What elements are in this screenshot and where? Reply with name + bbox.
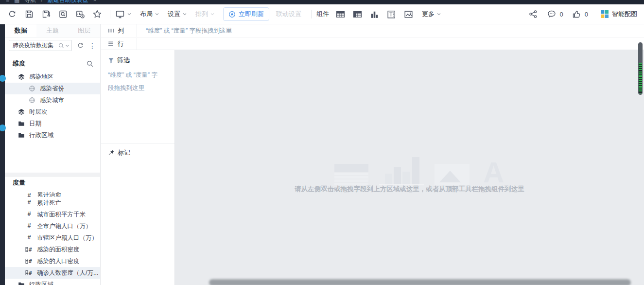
measure-label: 感染的面积密度 [37, 246, 80, 254]
placeholder-graphics: A [334, 157, 504, 185]
rows-shelf-label: 行 [101, 38, 137, 50]
cross-table-icon[interactable] [352, 9, 363, 19]
dimension-item[interactable]: 时层次 [5, 106, 100, 118]
data-sidebar: 数据主题图层 肺炎疫情数据集 ⋮ 维度 感染地区感染省份感染城市时层次日期行政区… [5, 24, 101, 285]
hamburger-icon[interactable]: ≡ [6, 0, 9, 3]
settings-dropdown[interactable]: 设置 [168, 10, 187, 18]
sidebar-tab[interactable]: 主题 [36, 24, 68, 37]
measure-item[interactable]: #市辖区户籍人口（万） [5, 232, 100, 244]
image-component-icon[interactable] [403, 9, 414, 19]
folder-icon [17, 132, 25, 139]
kebab-menu-icon[interactable]: ⋮ [89, 43, 96, 48]
sidebar-tab[interactable]: 图层 [69, 24, 100, 37]
arrange-dropdown: 排列 [195, 10, 214, 18]
nav-breadcrumb[interactable]: 导航 [24, 0, 36, 3]
save-as-icon[interactable] [41, 9, 52, 19]
sidebar-tab[interactable]: 数据 [5, 24, 36, 37]
hash-icon: # [25, 193, 33, 197]
like-count: 0 [585, 11, 588, 18]
measure-item[interactable]: #感染的面积密度 [5, 244, 100, 255]
screen-fit-dropdown[interactable] [115, 9, 131, 19]
globe-icon [28, 85, 36, 92]
dimension-label: 感染地区 [29, 73, 53, 81]
save-icon[interactable] [24, 9, 35, 19]
smart-layout-button[interactable]: 智能配图 [601, 10, 637, 18]
dimension-label: 时层次 [29, 108, 48, 116]
measure-label: 累计死亡 [37, 199, 61, 207]
refresh-icon[interactable] [7, 9, 17, 19]
refresh-now-button[interactable]: 立即刷新 [223, 7, 269, 21]
dashboard-tab-title[interactable]: 新建自助仪表盘 [48, 0, 88, 3]
layers-icon [17, 108, 25, 115]
share-icon[interactable] [528, 9, 539, 19]
chevron-down-icon [65, 44, 70, 47]
dimension-item[interactable]: 感染地区 [5, 71, 100, 83]
bar-chart-icon[interactable] [369, 9, 380, 19]
measure-item[interactable]: #累计治愈 [5, 189, 100, 197]
measure-item[interactable]: #累计死亡 [5, 197, 100, 209]
measure-item[interactable]: #全市户籍人口（万） [5, 220, 100, 232]
measure-item[interactable]: #感染的人口密度 [5, 255, 100, 267]
filter-drop-hint[interactable]: “维度” 或 “度量” 字 段拖拽到这里 [101, 67, 174, 97]
measure-label: 市辖区户籍人口（万） [37, 234, 98, 242]
rows-icon [108, 41, 114, 47]
measure-item[interactable]: #确诊人数密度（人/万... [5, 267, 100, 279]
measure-label: 城市面积平方千米 [37, 211, 86, 219]
dimension-label: 日期 [29, 120, 41, 128]
like-icon[interactable] [571, 9, 582, 19]
measures-list: #累计治愈#累计死亡#城市面积平方千米#全市户籍人口（万）#市辖区户籍人口（万）… [5, 189, 100, 285]
horizontal-scrollbar[interactable] [209, 279, 631, 285]
measure-item[interactable]: #城市面积平方千米 [5, 209, 100, 220]
search-icon[interactable] [87, 60, 93, 67]
auto-refresh-icon [228, 11, 236, 18]
grouped-table-icon[interactable] [335, 9, 346, 19]
collapsed-nav-strip[interactable] [0, 4, 5, 285]
dataset-name: 肺炎疫情数据集 [13, 41, 57, 50]
hash-icon: # [25, 223, 33, 230]
preview-icon[interactable] [58, 9, 69, 19]
smart-layout-icon [601, 10, 609, 18]
close-tab-icon[interactable]: × [93, 0, 97, 3]
section-divider [5, 173, 100, 177]
calc-icon: # [25, 270, 33, 276]
layout-dropdown[interactable]: 布局 [140, 10, 159, 18]
pin-icon [108, 149, 115, 156]
filter-mark-panel: 筛选 “维度” 或 “度量” 字 段拖拽到这里 标记 [101, 50, 175, 285]
schedule-icon[interactable] [75, 9, 86, 19]
dimension-item[interactable]: 行政区域 [5, 129, 100, 141]
text-component-icon[interactable] [386, 9, 397, 19]
chevron-down-icon [437, 13, 441, 16]
dataset-refresh-icon[interactable] [77, 42, 84, 49]
folder-icon [17, 120, 25, 127]
dimension-item[interactable]: 日期 [5, 118, 100, 129]
vertical-scrollbar[interactable] [638, 42, 643, 95]
search-icon [58, 43, 64, 49]
columns-shelf[interactable]: 列 “维度” 或 “度量” 字段拖拽到这里 [101, 24, 644, 37]
measure-label: 全市户籍人口（万） [37, 222, 92, 231]
fields-scroll-area[interactable]: 维度 感染地区感染省份感染城市时层次日期行政区域 度量 #累计治愈#累计死亡#城… [5, 53, 100, 285]
measure-label: 感染的人口密度 [37, 257, 80, 266]
placeholder-bar-chart [382, 157, 421, 185]
dimension-item[interactable]: 感染城市 [5, 94, 100, 106]
scrollbar-green-stripes [639, 63, 642, 93]
chevron-down-icon [127, 13, 131, 16]
grid-icon[interactable]: ▦ [14, 0, 19, 3]
placeholder-table [334, 164, 368, 185]
svg-text:#: # [29, 258, 32, 264]
top-nav-strip: ≡ ▦ 导航 / 新建自助仪表盘 × [0, 0, 644, 4]
dashboard-canvas[interactable]: A 请从左侧双击或拖拽字段到上方区域或这里，或者从顶部工具栏拖拽组件到这里 [175, 50, 644, 285]
linkage-settings-button: 联动设置 [276, 10, 301, 18]
comment-icon[interactable] [546, 9, 557, 19]
toolbar-divider [311, 10, 312, 18]
dataset-select[interactable]: 肺炎疫情数据集 [9, 40, 72, 51]
favorite-icon[interactable] [92, 9, 103, 19]
svg-text:#: # [29, 270, 32, 276]
monitor-icon [115, 9, 125, 19]
measure-label: 确诊人数密度（人/万... [37, 269, 98, 277]
dimension-label: 行政区域 [29, 131, 53, 140]
rows-shelf[interactable]: 行 [101, 38, 644, 50]
hash-icon: # [25, 211, 33, 218]
dimension-item[interactable]: 感染省份 [5, 83, 100, 94]
measure-item[interactable]: 行政区域 [5, 279, 100, 285]
more-dropdown[interactable]: 更多 [422, 10, 441, 18]
